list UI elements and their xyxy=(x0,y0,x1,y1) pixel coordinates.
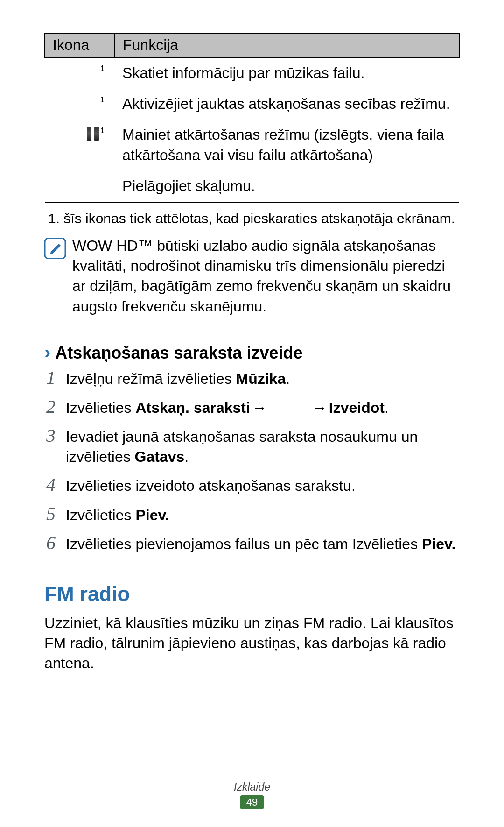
fm-radio-paragraph: Uzziniet, kā klausīties mūziku un ziņas … xyxy=(44,613,460,674)
table-icon-cell: 1 xyxy=(45,58,115,89)
table-icon-cell xyxy=(45,171,115,202)
table-icon-cell: 1 xyxy=(45,89,115,120)
pause-icon xyxy=(85,126,100,146)
footnote-ref: 1 xyxy=(100,64,105,72)
page: Ikona Funkcija 1 Skatiet informāciju par… xyxy=(0,0,504,827)
step-item: 2 Izvēlieties Atskaņ. saraksti → → Izvei… xyxy=(44,397,460,418)
step-text: Izvēlieties pievienojamos failus un pēc … xyxy=(66,534,455,554)
step-number: 6 xyxy=(44,534,57,552)
step-item: 1 Izvēļņu režīmā izvēlieties Mūzika. xyxy=(44,368,460,389)
table-func-cell: Aktivizējiet jauktas atskaņošanas secība… xyxy=(115,89,459,120)
table-icon-cell: 1 xyxy=(45,120,115,171)
step-text: Ievadiet jaunā atskaņošanas saraksta nos… xyxy=(66,427,460,467)
section-heading-fm-radio: FM radio xyxy=(44,582,460,606)
table-row: 1 Skatiet informāciju par mūzikas failu. xyxy=(45,58,459,89)
step-number: 2 xyxy=(44,397,57,416)
sub-heading-title: Atskaņošanas saraksta izveide xyxy=(55,343,302,363)
step-item: 6 Izvēlieties pievienojamos failus un pē… xyxy=(44,534,460,554)
step-number: 5 xyxy=(44,505,57,523)
step-item: 5 Izvēlieties Piev. xyxy=(44,505,460,525)
note-icon xyxy=(44,238,66,259)
step-text: Izvēļņu režīmā izvēlieties Mūzika. xyxy=(66,369,290,389)
icon-function-table: Ikona Funkcija 1 Skatiet informāciju par… xyxy=(44,33,460,203)
step-text: Izvēlieties Piev. xyxy=(66,505,169,525)
step-item: 4 Izvēlieties izveidoto atskaņošanas sar… xyxy=(44,475,460,496)
footnote-ref: 1 xyxy=(100,96,105,104)
table-header-function: Funkcija xyxy=(115,33,459,58)
footnote-ref: 1 xyxy=(100,127,105,134)
table-func-cell: Pielāgojiet skaļumu. xyxy=(115,171,459,202)
table-row: 1 Mainiet atkārtošanas režīmu (izslēgts,… xyxy=(45,120,459,171)
page-number-badge: 49 xyxy=(240,795,264,809)
steps-list: 1 Izvēļņu režīmā izvēlieties Mūzika. 2 I… xyxy=(44,368,460,554)
page-footer: Izklaide 49 xyxy=(0,781,504,809)
footer-category: Izklaide xyxy=(0,781,504,793)
chevron-icon: › xyxy=(44,343,50,361)
step-text: Izvēlieties Atskaņ. saraksti → → Izveido… xyxy=(66,398,389,418)
step-number: 4 xyxy=(44,475,57,494)
footnote-text: 1. šīs ikonas tiek attēlotas, kad pieska… xyxy=(44,209,460,227)
note-text: WOW HD™ būtiski uzlabo audio signāla ats… xyxy=(72,236,460,317)
table-header-icon: Ikona xyxy=(45,33,115,58)
table-func-cell: Mainiet atkārtošanas režīmu (izslēgts, v… xyxy=(115,120,459,171)
table-row: 1 Aktivizējiet jauktas atskaņošanas secī… xyxy=(45,89,459,120)
step-number: 1 xyxy=(44,368,57,387)
note-block: WOW HD™ būtiski uzlabo audio signāla ats… xyxy=(44,236,460,317)
step-item: 3 Ievadiet jaunā atskaņošanas saraksta n… xyxy=(44,426,460,467)
step-text: Izvēlieties izveidoto atskaņošanas sarak… xyxy=(66,476,356,496)
table-func-cell: Skatiet informāciju par mūzikas failu. xyxy=(115,58,459,89)
step-number: 3 xyxy=(44,426,57,445)
sub-heading: › Atskaņošanas saraksta izveide xyxy=(44,343,460,363)
table-row: Pielāgojiet skaļumu. xyxy=(45,171,459,202)
